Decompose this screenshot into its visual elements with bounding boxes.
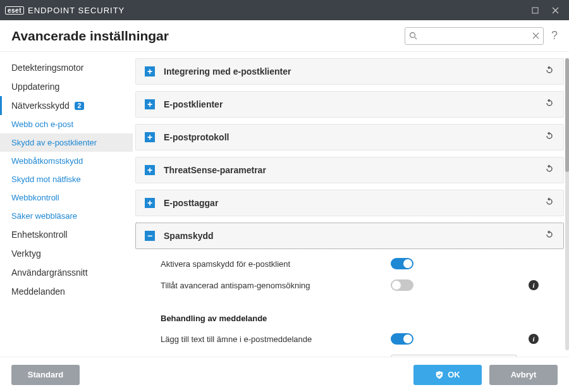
sidebar-item-label: Webbåtkomstskydd (11, 156, 83, 166)
reset-button[interactable] (544, 197, 554, 209)
reset-button[interactable] (544, 98, 554, 111)
panel-spamskydd-body: Aktivera spamskydd för e-postklient Till… (135, 249, 564, 357)
add-text-label: Lägg till text till ämne i e-postmeddela… (161, 334, 391, 344)
sidebar-item-label: Användargränssnitt (11, 267, 88, 278)
spam-text-input[interactable] (391, 355, 517, 357)
expand-icon: + (145, 132, 155, 142)
sidebar-item-enhetskontroll[interactable]: Enhetskontroll (0, 225, 133, 244)
svg-rect-0 (532, 8, 538, 13)
undo-icon (544, 98, 554, 108)
scrollbar[interactable] (565, 58, 569, 350)
add-text-toggle[interactable] (391, 333, 413, 345)
titlebar: eset ENDPOINT SECURITY (0, 0, 569, 20)
sidebar-item-natverksskydd[interactable]: Nätverksskydd 2 (0, 96, 133, 115)
panel-title: E-posttaggar (164, 198, 535, 208)
default-button-label: Standard (28, 370, 63, 379)
sidebar-item-webb-och-epost[interactable]: Webb och e-post (0, 115, 133, 133)
sidebar-item-detekteringsmotor[interactable]: Detekteringsmotor (0, 58, 133, 77)
default-button[interactable]: Standard (11, 365, 80, 385)
search-box[interactable] (405, 27, 544, 45)
brand-logo: eset ENDPOINT SECURITY (5, 6, 125, 15)
window-maximize-button[interactable] (526, 0, 544, 20)
panel-title: E-postklienter (164, 99, 535, 109)
reset-button[interactable] (544, 65, 554, 78)
sidebar-badge: 2 (75, 102, 85, 110)
page-title: Avancerade inställningar (11, 28, 405, 44)
product-name: ENDPOINT SECURITY (28, 6, 125, 15)
undo-icon (544, 164, 554, 174)
sidebar-item-anvandargranssnitt[interactable]: Användargränssnitt (0, 263, 133, 282)
info-icon[interactable]: i (529, 280, 539, 290)
sidebar-item-label: Säker webbläsare (11, 211, 77, 221)
sidebar-item-skydd-av-epostklienter[interactable]: Skydd av e-postklienter (0, 133, 133, 152)
row-text: Text i (161, 350, 539, 357)
sidebar: Detekteringsmotor Uppdatering Nätverkssk… (0, 52, 133, 357)
window-close-button[interactable] (546, 0, 564, 20)
info-icon[interactable]: i (529, 334, 539, 344)
svg-point-3 (410, 33, 415, 38)
sidebar-item-saker-webblasare[interactable]: Säker webbläsare (0, 207, 133, 225)
sidebar-item-uppdatering[interactable]: Uppdatering (0, 77, 133, 96)
panel-title: E-postprotokoll (164, 132, 535, 142)
undo-icon (544, 131, 554, 141)
enable-spam-toggle[interactable] (391, 258, 413, 269)
sidebar-item-label: Skydd av e-postklienter (11, 138, 97, 147)
panel-threatsense[interactable]: + ThreatSense-parametrar (135, 157, 564, 183)
svg-line-4 (415, 37, 417, 39)
cancel-button[interactable]: Avbryt (489, 365, 558, 385)
search-input[interactable] (421, 32, 529, 40)
allow-advanced-label: Tillåt avancerad antispam-genomsökning (161, 281, 391, 290)
scrollbar-thumb[interactable] (565, 58, 569, 172)
panel-title: Integrering med e-postklienter (164, 66, 535, 77)
maximize-icon (532, 7, 539, 14)
panel-title: Spamskydd (164, 231, 535, 241)
footer: Standard OK Avbryt (0, 357, 569, 392)
enable-spam-label: Aktivera spamskydd för e-postklient (161, 259, 391, 269)
sidebar-item-label: Webbkontroll (11, 193, 59, 202)
ok-button[interactable]: OK (413, 365, 482, 385)
clear-search-icon[interactable] (532, 32, 539, 39)
sidebar-item-label: Skydd mot nätfiske (11, 175, 81, 184)
expand-icon: + (145, 198, 155, 208)
reset-button[interactable] (544, 164, 554, 176)
allow-advanced-toggle[interactable] (391, 279, 413, 291)
sidebar-item-label: Verktyg (11, 248, 41, 259)
close-icon (552, 7, 559, 14)
section-heading-row: Behandling av meddelande (161, 296, 539, 328)
undo-icon (544, 65, 554, 75)
ok-button-label: OK (448, 370, 460, 379)
undo-icon (544, 230, 554, 240)
expand-icon: + (145, 165, 155, 175)
sidebar-item-label: Detekteringsmotor (11, 63, 83, 73)
cancel-button-label: Avbryt (511, 370, 537, 379)
expand-icon: + (145, 66, 155, 77)
panel-epostklienter[interactable]: + E-postklienter (135, 91, 564, 118)
undo-icon (544, 197, 554, 207)
section-heading: Behandling av meddelande (161, 301, 391, 323)
sidebar-item-meddelanden[interactable]: Meddelanden (0, 282, 133, 301)
reset-button[interactable] (544, 131, 554, 144)
sidebar-item-label: Webb och e-post (11, 119, 73, 129)
sidebar-item-label: Nätverksskydd (11, 101, 70, 111)
expand-icon: + (145, 99, 155, 109)
help-button[interactable]: ? (551, 29, 558, 42)
sidebar-item-webbatkomstskydd[interactable]: Webbåtkomstskydd (0, 152, 133, 170)
panel-eposttaggar[interactable]: + E-posttaggar (135, 190, 564, 216)
collapse-icon: − (145, 231, 155, 241)
reset-button[interactable] (544, 230, 554, 242)
panel-epostprotokoll[interactable]: + E-postprotokoll (135, 124, 564, 150)
brand-box: eset (5, 6, 24, 15)
panel-title: ThreatSense-parametrar (164, 165, 535, 175)
sidebar-item-webbkontroll[interactable]: Webbkontroll (0, 188, 133, 207)
sidebar-item-label: Meddelanden (11, 286, 65, 297)
row-add-text: Lägg till text till ämne i e-postmeddela… (161, 328, 539, 350)
sidebar-item-skydd-mot-natfiske[interactable]: Skydd mot nätfiske (0, 170, 133, 188)
panel-spamskydd[interactable]: − Spamskydd (135, 223, 564, 249)
sidebar-item-verktyg[interactable]: Verktyg (0, 244, 133, 263)
shield-icon (435, 371, 444, 379)
page-header: Avancerade inställningar ? (0, 20, 569, 52)
panel-integrering[interactable]: + Integrering med e-postklienter (135, 58, 564, 85)
sidebar-item-label: Enhetskontroll (11, 230, 68, 240)
content-area: + Integrering med e-postklienter + E-pos… (133, 52, 569, 357)
row-allow-advanced: Tillåt avancerad antispam-genomsökning i (161, 274, 539, 296)
